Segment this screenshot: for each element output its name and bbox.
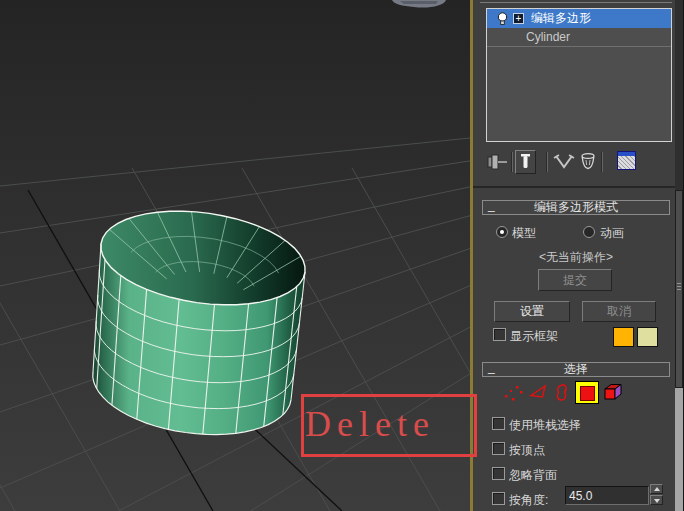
edge-icon[interactable] xyxy=(528,383,548,403)
panel-section-divider xyxy=(473,186,675,188)
cancel-button[interactable]: 取消 xyxy=(582,301,656,322)
current-operation-label: <无当前操作> xyxy=(482,249,670,266)
vertex-icon[interactable] xyxy=(503,383,525,403)
commit-button[interactable]: 提交 xyxy=(538,269,612,291)
cage-color-swatch-1[interactable] xyxy=(613,327,634,347)
delete-annotation-label: Delete xyxy=(304,397,474,451)
base-object-label[interactable]: Cylinder xyxy=(526,30,570,44)
command-panel: + 编辑多边形 Cylinder xyxy=(473,0,684,511)
panel-top-divider xyxy=(480,2,672,3)
angle-spinner xyxy=(650,484,663,505)
spinner-up-button[interactable] xyxy=(650,484,663,494)
show-cage-checkbox[interactable] xyxy=(493,328,506,341)
use-stack-selection-checkbox[interactable] xyxy=(492,417,505,430)
ignore-backfacing-checkbox[interactable] xyxy=(492,467,505,480)
by-vertex-checkbox[interactable] xyxy=(492,442,505,455)
modifier-stack-item-cylinder[interactable]: Cylinder xyxy=(487,28,671,47)
settings-button[interactable]: 设置 xyxy=(494,301,570,322)
angle-value-input[interactable] xyxy=(565,486,649,505)
panel-scrollbar[interactable] xyxy=(675,0,683,511)
polygon-icon[interactable] xyxy=(575,381,599,404)
configure-modifier-sets-icon[interactable] xyxy=(617,151,636,170)
model-radio[interactable] xyxy=(496,226,508,238)
3dsmax-window: { "viewport": { "annotation": "Delete" }… xyxy=(0,0,684,511)
show-end-result-icon[interactable] xyxy=(515,150,536,174)
make-unique-icon[interactable] xyxy=(553,153,575,171)
rollout-header-selection[interactable]: _ 选择 xyxy=(482,362,670,377)
animation-radio-label[interactable]: 动画 xyxy=(600,225,624,242)
scrollbar-thumb[interactable] xyxy=(675,190,683,388)
use-stack-selection-label[interactable]: 使用堆栈选择 xyxy=(509,417,581,434)
rollout-title: 选择 xyxy=(564,362,588,376)
pin-stack-icon[interactable] xyxy=(485,154,509,170)
expand-plus-icon[interactable]: + xyxy=(513,13,524,24)
element-icon[interactable] xyxy=(601,382,624,403)
border-icon[interactable] xyxy=(553,383,571,403)
remove-modifier-icon[interactable] xyxy=(579,152,597,171)
show-cage-label[interactable]: 显示框架 xyxy=(510,328,558,345)
rollout-header-edit-poly-mode[interactable]: _ 编辑多边形模式 xyxy=(482,200,670,215)
rollout-title: 编辑多边形模式 xyxy=(534,200,618,214)
modifier-stack-toolbar xyxy=(473,148,672,178)
ignore-backfacing-label[interactable]: 忽略背面 xyxy=(509,467,557,484)
cage-color-swatch-2[interactable] xyxy=(637,327,658,347)
modifier-label[interactable]: 编辑多边形 xyxy=(531,10,591,27)
modifier-stack-list: + 编辑多边形 Cylinder xyxy=(486,8,672,142)
delete-annotation-box: Delete xyxy=(301,394,477,457)
modifier-stack-item-edit-poly[interactable]: + 编辑多边形 xyxy=(487,9,671,28)
by-angle-checkbox[interactable] xyxy=(492,492,505,505)
model-radio-label[interactable]: 模型 xyxy=(512,225,536,242)
by-angle-label[interactable]: 按角度: xyxy=(509,492,548,509)
by-vertex-label[interactable]: 按顶点 xyxy=(509,442,545,459)
collapse-icon[interactable]: _ xyxy=(488,361,495,374)
collapse-icon[interactable]: _ xyxy=(488,199,495,212)
scrollbar-track[interactable] xyxy=(675,388,683,511)
animation-radio[interactable] xyxy=(583,226,595,238)
lightbulb-icon[interactable] xyxy=(496,12,509,26)
spinner-down-button[interactable] xyxy=(650,495,663,505)
